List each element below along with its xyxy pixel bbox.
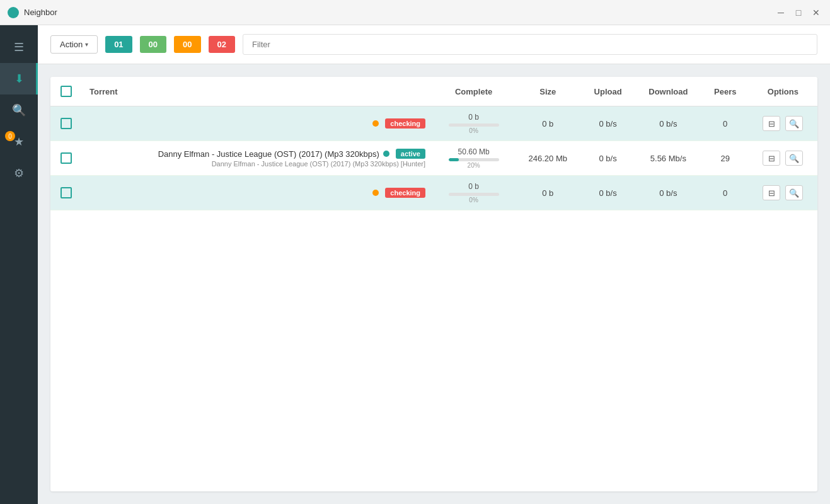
row-download-1: 5.56 Mb/s — [635, 141, 702, 176]
row-upload-1: 0 b/s — [581, 141, 635, 176]
minimize-button[interactable]: ─ — [775, 6, 787, 19]
badge-00-green-button[interactable]: 00 — [140, 36, 166, 53]
badge-00-orange-button[interactable]: 00 — [174, 36, 200, 53]
row-checkbox-2[interactable] — [61, 187, 72, 198]
row-upload-0: 0 b/s — [581, 106, 635, 141]
progress-bar-bg-0 — [449, 123, 499, 127]
col-upload: Upload — [581, 77, 635, 106]
progress-bar-bg-2 — [449, 193, 499, 196]
torrent-subname-1: Danny Elfman - Justice League (OST) (201… — [89, 160, 425, 168]
torrent-table: Torrent Complete Size Upload Download Pe… — [50, 77, 817, 210]
sidebar: ☰ ⬇ 🔍 0 ★ ⚙ — [0, 25, 38, 504]
status-dot-1 — [383, 151, 389, 157]
col-peers: Peers — [702, 77, 749, 106]
action-label: Action — [60, 40, 83, 49]
sidebar-item-menu[interactable]: ☰ — [0, 32, 38, 63]
row-checkbox-1[interactable] — [61, 152, 72, 164]
progress-pct-1: 20% — [441, 162, 507, 169]
table-row: checking 0 b 0% 0 b 0 b/s 0 b/s 0 ⊟ 🔍 — [50, 176, 817, 210]
row-peers-1: 29 — [702, 141, 749, 176]
badge-01-button[interactable]: 01 — [105, 36, 132, 53]
row-size-0: 0 b — [514, 106, 581, 141]
options-info-btn-2[interactable]: ⊟ — [763, 185, 780, 200]
options-search-btn-2[interactable]: 🔍 — [785, 185, 803, 200]
app-title: Neighbor — [24, 8, 57, 17]
row-name-1: Danny Elfman - Justice League (OST) (201… — [82, 141, 433, 176]
row-options-0: ⊟ 🔍 — [749, 106, 817, 141]
status-dot-0 — [372, 120, 379, 127]
action-dropdown-arrow: ▾ — [85, 41, 88, 48]
app-icon — [8, 7, 19, 18]
row-checkbox-cell-0 — [50, 106, 82, 141]
status-badge-0: checking — [385, 118, 425, 129]
favorites-badge: 0 — [5, 131, 15, 141]
sidebar-item-download[interactable]: ⬇ — [0, 63, 38, 94]
select-all-checkbox[interactable] — [61, 86, 72, 97]
favorites-icon: ★ — [14, 135, 24, 149]
sidebar-item-favorites[interactable]: 0 ★ — [0, 126, 38, 158]
torrent-table-wrapper: Torrent Complete Size Upload Download Pe… — [50, 77, 817, 491]
row-complete-2: 0 b 0% — [433, 176, 514, 210]
col-options: Options — [749, 77, 817, 106]
row-peers-0: 0 — [702, 106, 749, 141]
col-complete: Complete — [433, 77, 514, 106]
filter-input[interactable] — [243, 34, 817, 55]
settings-icon: ⚙ — [14, 166, 24, 180]
status-badge-2: checking — [385, 188, 425, 198]
row-complete-value-2: 0 b — [441, 182, 507, 191]
options-search-btn-0[interactable]: 🔍 — [785, 116, 803, 131]
table-row: Danny Elfman - Justice League (OST) (201… — [50, 141, 817, 176]
status-badge-1: active — [396, 149, 425, 159]
close-button[interactable]: ✕ — [810, 6, 822, 19]
sidebar-item-settings[interactable]: ⚙ — [0, 158, 38, 189]
col-checkbox — [50, 77, 82, 106]
row-name-0: checking — [82, 106, 433, 141]
col-size: Size — [514, 77, 581, 106]
row-options-2: ⊟ 🔍 — [749, 176, 817, 210]
sidebar-item-search[interactable]: 🔍 — [0, 94, 38, 126]
toolbar: Action ▾ 01 00 00 02 — [38, 25, 830, 64]
options-info-btn-1[interactable]: ⊟ — [763, 151, 780, 166]
table-header-row: Torrent Complete Size Upload Download Pe… — [50, 77, 817, 106]
progress-pct-2: 0% — [441, 197, 507, 203]
row-complete-0: 0 b 0% — [433, 106, 514, 141]
row-checkbox-0[interactable] — [61, 118, 72, 129]
row-download-2: 0 b/s — [635, 176, 702, 210]
table-row: checking 0 b 0% 0 b 0 b/s 0 b/s 0 ⊟ 🔍 — [50, 106, 817, 141]
window-controls: ─ □ ✕ — [775, 6, 822, 19]
row-complete-value-0: 0 b — [441, 113, 507, 122]
status-dot-2 — [372, 190, 379, 196]
col-torrent: Torrent — [82, 77, 433, 106]
row-size-1: 246.20 Mb — [514, 141, 581, 176]
row-size-2: 0 b — [514, 176, 581, 210]
torrent-title-1: Danny Elfman - Justice League (OST) (201… — [158, 149, 379, 159]
row-complete-value-1: 50.60 Mb — [441, 147, 507, 156]
row-name-2: checking — [82, 176, 433, 210]
content-area: Action ▾ 01 00 00 02 Torre — [38, 25, 830, 504]
progress-bar-fill-1 — [449, 158, 459, 161]
row-complete-1: 50.60 Mb 20% — [433, 141, 514, 176]
row-checkbox-cell-1 — [50, 141, 82, 176]
row-download-0: 0 b/s — [635, 106, 702, 141]
options-search-btn-1[interactable]: 🔍 — [785, 151, 803, 166]
row-peers-2: 0 — [702, 176, 749, 210]
row-upload-2: 0 b/s — [581, 176, 635, 210]
title-bar: Neighbor ─ □ ✕ — [0, 0, 830, 25]
main-layout: ☰ ⬇ 🔍 0 ★ ⚙ Action ▾ 01 00 00 02 — [0, 25, 830, 504]
options-info-btn-0[interactable]: ⊟ — [763, 116, 780, 131]
search-icon: 🔍 — [12, 103, 26, 117]
row-options-1: ⊟ 🔍 — [749, 141, 817, 176]
menu-icon: ☰ — [14, 40, 24, 54]
row-checkbox-cell-2 — [50, 176, 82, 210]
download-icon: ⬇ — [14, 72, 24, 86]
progress-pct-0: 0% — [441, 127, 507, 134]
action-button[interactable]: Action ▾ — [50, 35, 98, 54]
badge-02-button[interactable]: 02 — [209, 36, 235, 53]
progress-bar-bg-1 — [449, 158, 499, 161]
maximize-button[interactable]: □ — [792, 6, 805, 19]
col-download: Download — [635, 77, 702, 106]
